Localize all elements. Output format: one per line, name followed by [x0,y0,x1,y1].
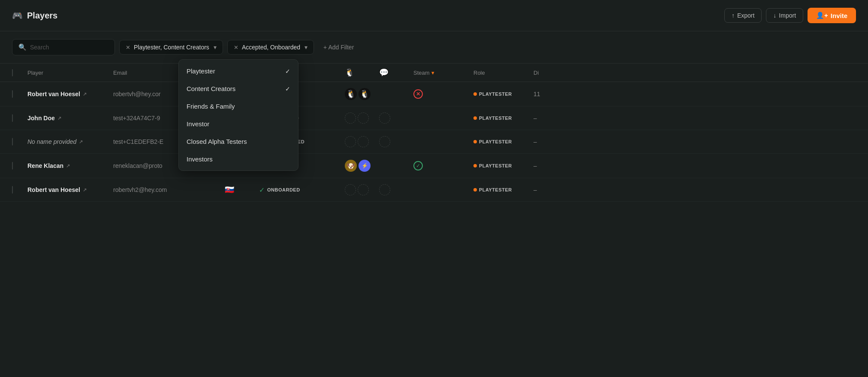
row5-steam-empty [379,184,390,195]
filter-dropdown: Playtester ✓ Content Creators ✓ Friends … [178,59,298,171]
dropdown-item-investor[interactable]: Investor [179,115,298,133]
dropdown-item-label: Friends & Family [187,103,235,110]
row4-player: Rene Klacan ↗ [27,162,113,169]
row2-avatar1 [345,112,356,124]
import-icon: ↓ [773,12,776,19]
row1-steam: ✕ [413,89,473,99]
dropdown-item-label: Closed Alpha Testers [187,138,247,145]
row1-checkbox[interactable] [12,91,27,97]
steam-sort-icon[interactable]: ▾ [431,70,434,76]
row2-name: John Doe [27,115,55,122]
row4-avatar2: ⚡ [359,160,371,172]
row5-status: ONBOARDED [267,187,300,192]
row3-link-icon[interactable]: ↗ [79,139,83,145]
row5-status-area: ✓ ONBOARDED [259,186,345,194]
dropdown-item-label: Investors [187,155,213,163]
row5-link-icon[interactable]: ↗ [83,187,87,193]
search-box[interactable]: 🔍 Search [12,39,115,55]
row1-avatar2: 🐧 [359,88,371,100]
add-filter-label: + Add Filter [323,44,354,51]
row5-flag: 🇸🇰 [225,185,259,195]
add-filter-button[interactable]: + Add Filter [318,40,359,54]
row5-avatars [345,184,379,195]
row3-avatar1 [345,136,356,147]
row4-steam: ✓ [413,161,473,170]
dropdown-item-playtester[interactable]: Playtester ✓ [179,62,298,80]
row4-link-icon[interactable]: ↗ [66,163,70,169]
header-left: 🎮 Players [12,10,57,21]
row2-steam-empty [379,112,390,124]
row1-steam-status: ✕ [413,89,423,99]
col-avatar1: 🐧 [345,68,379,77]
row1-link-icon[interactable]: ↗ [83,91,87,97]
row2-player: John Doe ↗ [27,115,113,122]
chip2-label: Accepted, Onboarded [242,44,300,51]
row4-checkbox[interactable] [12,162,27,169]
dropdown-item-label: Playtester [187,67,215,75]
row5-social [379,184,413,195]
row3-checkbox[interactable] [12,138,27,145]
row1-player: Robert van Hoesel ↗ [27,91,113,97]
players-icon: 🎮 [12,10,23,21]
filter-chip-status[interactable]: ✕ Accepted, Onboarded ▾ [227,40,314,55]
row3-steam-empty [379,136,390,147]
chip1-dropdown-icon[interactable]: ▾ [214,44,217,51]
row5-role: PLAYTESTER [473,187,533,192]
row3-role-label: PLAYTESTER [479,139,512,144]
row3-di: – [533,138,559,145]
col-role: Role [473,70,533,76]
row2-di: – [533,115,559,122]
dropdown-check-content-creators: ✓ [285,85,290,92]
row4-role-label: PLAYTESTER [479,163,512,168]
export-button[interactable]: ↑ Export [724,8,762,23]
search-placeholder: Search [30,44,49,51]
dropdown-item-closed-alpha[interactable]: Closed Alpha Testers [179,133,298,150]
row1-role: PLAYTESTER [473,91,533,97]
table-row: John Doe ↗ test+324A74C7-9 PROVIDED INFO… [0,106,868,130]
import-button[interactable]: ↓ Import [766,8,803,23]
dropdown-item-content-creators[interactable]: Content Creators ✓ [179,80,298,97]
row3-role-dot [473,140,477,143]
row4-avatars: 🐶 ⚡ [345,160,379,172]
row3-player: No name provided ↗ [27,138,113,145]
table-row: Robert van Hoesel ↗ robertvh@hey.cor ONB… [0,82,868,106]
row5-checkbox[interactable] [12,186,27,193]
table-area: Player Email Status 🐧 💬 Steam ▾ Role Di … [0,64,868,202]
row5-role-label: PLAYTESTER [479,187,512,192]
row2-link-icon[interactable]: ↗ [57,116,61,121]
row2-social [379,112,413,124]
row4-name: Rene Klacan [27,162,63,169]
invite-button[interactable]: 👤+ Invite [808,8,856,23]
chip1-close-icon[interactable]: ✕ [126,44,130,51]
row1-name: Robert van Hoesel [27,91,80,97]
filter-chip-group[interactable]: ✕ Playtester, Content Creators ▾ [119,40,223,55]
export-icon: ↑ [732,12,735,19]
col-di: Di [533,70,559,76]
row4-avatar1: 🐶 [345,160,357,172]
row5-avatar1 [345,184,356,195]
row2-avatars [345,112,379,124]
row2-checkbox[interactable] [12,115,27,122]
row5-name: Robert van Hoesel [27,186,80,193]
row2-role-label: PLAYTESTER [479,116,512,121]
chip2-dropdown-icon[interactable]: ▾ [304,44,307,51]
col-avatar2: 💬 [379,68,413,77]
filter-bar: 🔍 Search ✕ Playtester, Content Creators … [0,31,868,64]
row2-role: PLAYTESTER [473,116,533,121]
row5-role-dot [473,188,477,192]
row3-avatar2 [358,136,369,147]
row2-avatar2 [358,112,369,124]
row3-role: PLAYTESTER [473,139,533,144]
table-row: Robert van Hoesel ↗ robertvh2@hey.com 🇸🇰… [0,178,868,202]
col-steam: Steam ▾ [413,70,473,76]
row4-steam-status: ✓ [413,161,423,170]
chip2-close-icon[interactable]: ✕ [234,44,238,51]
dropdown-item-investors[interactable]: Investors [179,150,298,168]
row4-role-dot [473,164,477,167]
select-all-checkbox[interactable] [12,70,27,76]
row4-role: PLAYTESTER [473,163,533,168]
page-title: Players [27,11,57,21]
dropdown-check-playtester: ✓ [285,68,290,75]
dropdown-item-friends-family[interactable]: Friends & Family [179,97,298,115]
table-row: Rene Klacan ↗ reneklacan@proto ONBOARDED… [0,154,868,178]
